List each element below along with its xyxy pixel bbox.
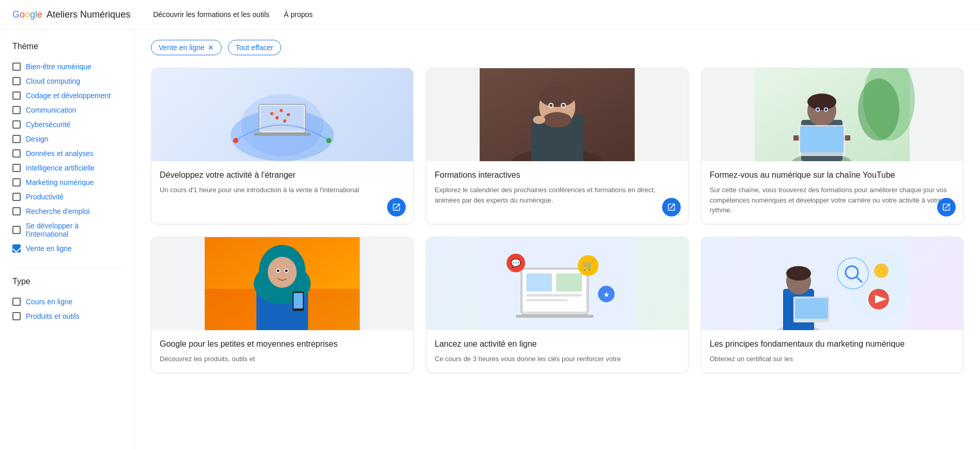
checkbox-ia[interactable] [12,164,21,172]
svg-text:🛒: 🛒 [583,260,594,271]
card-desc-marketing: Obtenez un certificat sur les [710,354,955,364]
card-body-marketing: Les principes fondamentaux du marketing … [701,330,963,373]
card-image-youtube [701,68,963,161]
svg-text:★: ★ [603,290,610,299]
card-link-youtube[interactable] [937,198,956,216]
label-vente: Vente en ligne [26,244,72,253]
type-filter-list: Cours en ligne Produits et outils [12,294,121,323]
card-pme: Google pour les petites et moyennes entr… [151,237,414,373]
filter-item-vente[interactable]: Vente en ligne [12,241,121,256]
filter-item-cybersecurite[interactable]: Cybersécurité [12,117,121,132]
active-filter-label: Vente en ligne [159,43,205,52]
card-body-formations: Formations interactives Explorez le cale… [426,161,688,224]
label-cours: Cours en ligne [26,298,72,306]
svg-rect-57 [526,273,552,291]
svg-text:💬: 💬 [511,258,521,268]
filter-bar: Vente en ligne ✕ Tout effacer [151,40,963,55]
sidebar-divider [12,268,121,269]
filter-item-cloud[interactable]: Cloud computing [12,74,121,88]
label-recherche: Recherche d'emploi [26,207,89,215]
card-desc-international: Un cours d'1 heure pour une introduction… [160,185,405,215]
card-desc-formations: Explorez le calendrier des prochaines co… [435,185,680,215]
svg-point-41 [825,108,828,111]
card-image-marketing: 👆 [701,237,963,330]
checkbox-recherche[interactable] [12,207,21,215]
nav-apropos[interactable]: À propos [278,6,319,23]
card-image-formations [426,68,688,161]
svg-point-30 [858,79,899,141]
label-cloud: Cloud computing [26,77,80,85]
svg-point-52 [277,269,280,272]
checkbox-cloud[interactable] [12,77,21,85]
svg-point-53 [285,269,288,272]
checkbox-codage[interactable] [12,91,21,100]
filter-item-international[interactable]: Se développer à l'international [12,219,121,241]
filter-item-cours[interactable]: Cours en ligne [12,294,121,309]
filter-item-marketing[interactable]: Marketing numérique [12,175,121,190]
svg-rect-37 [800,127,844,152]
card-image-ecommerce: 🛒 💬 ★ [426,237,688,330]
svg-rect-59 [526,294,582,297]
card-title-marketing: Les principes fondamentaux du marketing … [710,338,955,350]
filter-item-codage[interactable]: Codage et développement [12,88,121,103]
card-link-international[interactable] [387,198,406,216]
label-codage: Codage et développement [26,91,111,100]
checkbox-productivite[interactable] [12,193,21,201]
card-link-formations[interactable] [662,198,681,216]
svg-point-27 [533,116,545,124]
filter-item-design[interactable]: Design [12,132,121,146]
svg-rect-58 [556,273,582,291]
nav-formations[interactable]: Découvrir les formations et les outils [147,6,275,23]
filter-item-productivite[interactable]: Productivité [12,190,121,204]
checkbox-cours[interactable] [12,298,21,306]
main-nav: Découvrir les formations et les outils À… [147,6,319,23]
card-body-international: Développez votre activité à l'étranger U… [151,161,413,224]
filter-item-ia[interactable]: Intelligence artificielle [12,161,121,175]
clear-all-button[interactable]: Tout effacer [228,40,281,55]
svg-rect-61 [516,315,593,318]
checkbox-design[interactable] [12,135,21,143]
card-desc-youtube: Sur cette chaîne, vous trouverez des for… [710,185,955,215]
card-marketing: 👆 Les principes fondamentaux du marketin… [701,237,963,373]
type-section-title: Type [12,277,121,286]
checkbox-marketing[interactable] [12,178,21,187]
svg-point-34 [807,94,836,110]
label-design: Design [26,135,49,143]
header: Google Ateliers Numériques Découvrir les… [0,0,980,29]
active-filter-chip[interactable]: Vente en ligne ✕ [151,40,222,55]
filter-item-communication[interactable]: Communication [12,103,121,117]
logo-google: Google [12,9,42,20]
filter-item-bien-etre[interactable]: Bien-être numérique [12,59,121,74]
remove-filter-button[interactable]: ✕ [208,43,214,52]
card-desc-pme: Découvrez les produits, outils et [160,354,405,364]
theme-section-title: Thème [12,42,121,51]
filter-item-recherche[interactable]: Recherche d'emploi [12,204,121,219]
label-productivite: Productivité [26,193,64,201]
card-body-youtube: Formez-vous au numérique sur la chaîne Y… [701,161,963,224]
label-bien-etre: Bien-être numérique [26,63,91,71]
svg-point-40 [817,108,819,111]
svg-point-26 [562,104,565,107]
svg-point-47 [268,257,297,288]
clear-all-label: Tout effacer [236,43,273,52]
label-communication: Communication [26,106,76,114]
checkbox-communication[interactable] [12,106,21,114]
card-desc-ecommerce: Ce cours de 3 heures vous donne les clés… [435,354,680,364]
filter-item-donnees[interactable]: Données et analyses [12,146,121,161]
logo-link[interactable]: Google Ateliers Numériques [12,9,130,20]
checkbox-vente[interactable] [12,244,21,253]
card-title-pme: Google pour les petites et moyennes entr… [160,338,405,350]
checkbox-bien-etre[interactable] [12,63,21,71]
filter-item-produits[interactable]: Produits et outils [12,309,121,323]
card-body-ecommerce: Lancez une activité en ligne Ce cours de… [426,330,688,373]
card-title-youtube: Formez-vous au numérique sur la chaîne Y… [710,169,955,181]
svg-rect-75 [795,298,828,319]
card-international: Développez votre activité à l'étranger U… [151,68,414,224]
sidebar: Thème Bien-être numérique Cloud computin… [0,29,134,450]
svg-rect-13 [254,133,311,136]
checkbox-international[interactable] [12,226,21,234]
label-ia: Intelligence artificielle [26,164,95,172]
checkbox-cybersecurite[interactable] [12,120,21,129]
checkbox-produits[interactable] [12,312,21,320]
checkbox-donnees[interactable] [12,149,21,158]
